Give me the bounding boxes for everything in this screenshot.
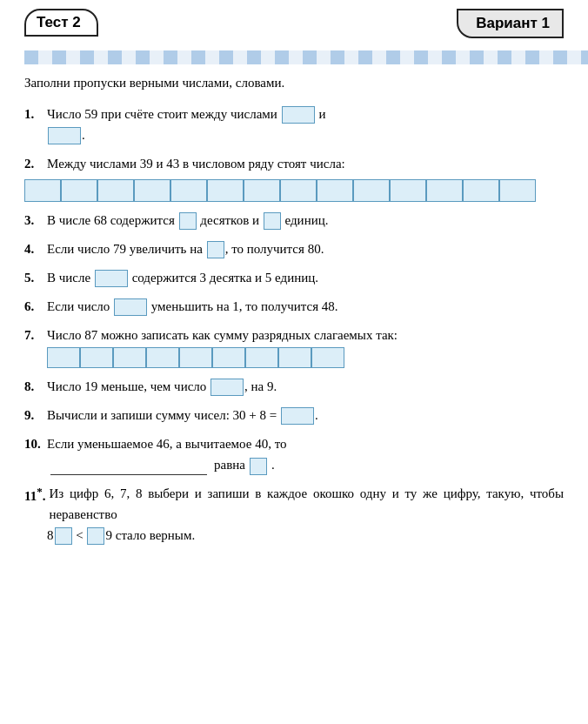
q2-box-2[interactable] [97, 179, 134, 202]
q3-text: В числе 68 содержится десятков и единиц. [47, 210, 564, 231]
instructions: Заполни пропуски верными числами, словам… [24, 73, 564, 93]
q4-num: 4. [24, 238, 43, 259]
q10-text: Если уменьшаемое 46, а вычитаемое 40, то [47, 433, 564, 454]
q11-inequality: 8 < 9 стало верным. [24, 525, 564, 546]
q2-box-3[interactable] [134, 179, 170, 202]
question-4: 4. Если число 79 увеличить на , то получ… [24, 238, 564, 259]
q3-num: 3. [24, 210, 43, 231]
question-10: 10. Если уменьшаемое 46, а вычитаемое 40… [24, 433, 564, 475]
q8-box1[interactable] [210, 379, 244, 396]
q11-num: 11*. [24, 483, 45, 506]
q2-box-1[interactable] [61, 179, 97, 202]
q11-box1[interactable] [55, 527, 72, 545]
q3-box2[interactable] [264, 212, 281, 230]
q1-box2[interactable] [48, 127, 81, 144]
q11-text: Из цифр 6, 7, 8 выбери и запиши в каждое… [49, 483, 564, 525]
q6-num: 6. [24, 296, 43, 317]
page: Тест 2 Вариант 1 Заполни пропуски верным… [0, 0, 588, 724]
q2-box-4[interactable] [170, 179, 207, 202]
q2-box-11[interactable] [426, 179, 463, 202]
q10-box1[interactable] [250, 458, 267, 475]
q1-text: Число 59 при счёте стоит между числами и [47, 104, 564, 124]
q6-box1[interactable] [114, 298, 147, 316]
question-1: 1. Число 59 при счёте стоит между числам… [24, 104, 564, 145]
q4-box1[interactable] [207, 241, 224, 258]
q2-num: 2. [24, 153, 43, 174]
q2-box-13[interactable] [499, 179, 536, 202]
q5-text: В числе содержится 3 десятка и 5 единиц. [47, 267, 564, 288]
q7-box-8[interactable] [311, 347, 344, 368]
question-5: 5. В числе содержится 3 десятка и 5 един… [24, 267, 564, 288]
checker-bar [24, 50, 564, 64]
q2-box-9[interactable] [353, 179, 390, 202]
q4-text: Если число 79 увеличить на , то получитс… [47, 238, 564, 259]
q7-box-3[interactable] [146, 347, 179, 368]
q6-text: Если число уменьшить на 1, то получится … [47, 296, 564, 317]
q11-star: * [37, 485, 43, 498]
q2-box-8[interactable] [317, 179, 353, 202]
q1-box1[interactable] [282, 106, 315, 124]
q3-box1[interactable] [179, 212, 197, 230]
q7-box-4[interactable] [179, 347, 212, 368]
q11-box2[interactable] [87, 527, 104, 545]
q7-box-7[interactable] [278, 347, 311, 368]
q2-number-row [24, 179, 564, 202]
q2-box-0[interactable] [24, 179, 61, 202]
question-2: 2. Между числами 39 и 43 в числовом ряду… [24, 153, 564, 202]
test-label: Тест 2 [24, 9, 98, 37]
q7-box-5[interactable] [212, 347, 245, 368]
q10-num: 10. [24, 433, 43, 454]
q2-box-6[interactable] [244, 179, 280, 202]
question-11: 11*. Из цифр 6, 7, 8 выбери и запиши в к… [24, 483, 564, 546]
question-9: 9. Вычисли и запиши сумму чисел: 30 + 8 … [24, 405, 564, 426]
q2-box-7[interactable] [280, 179, 317, 202]
q7-num: 7. [24, 325, 43, 345]
q7-answer-row [47, 347, 564, 368]
question-3: 3. В числе 68 содержится десятков и един… [24, 210, 564, 231]
q2-box-12[interactable] [463, 179, 499, 202]
variant-label: Вариант 1 [457, 9, 564, 38]
q10-underline[interactable] [50, 474, 207, 475]
q5-num: 5. [24, 267, 43, 288]
q8-num: 8. [24, 376, 43, 397]
q2-box-10[interactable] [390, 179, 426, 202]
q5-box1[interactable] [95, 270, 128, 287]
header: Тест 2 Вариант 1 [24, 9, 564, 38]
q7-box-2[interactable] [113, 347, 146, 368]
q1-num: 1. [24, 104, 43, 124]
question-8: 8. Число 19 меньше, чем число , на 9. [24, 376, 564, 397]
q7-box-6[interactable] [245, 347, 278, 368]
q9-box1[interactable] [281, 407, 314, 425]
q9-num: 9. [24, 405, 43, 426]
q7-text: Число 87 можно записать как сумму разряд… [47, 325, 564, 345]
questions-container: 1. Число 59 при счёте стоит между числам… [24, 104, 564, 546]
q7-box-1[interactable] [80, 347, 113, 368]
question-6: 6. Если число уменьшить на 1, то получит… [24, 296, 564, 317]
q10-label: равна [214, 454, 245, 475]
q9-text: Вычисли и запиши сумму чисел: 30 + 8 = . [47, 405, 564, 426]
q2-box-5[interactable] [207, 179, 244, 202]
question-7: 7. Число 87 можно записать как сумму раз… [24, 325, 564, 368]
q8-text: Число 19 меньше, чем число , на 9. [47, 376, 564, 397]
q2-text: Между числами 39 и 43 в числовом ряду ст… [47, 153, 564, 174]
q7-box-0[interactable] [47, 347, 80, 368]
